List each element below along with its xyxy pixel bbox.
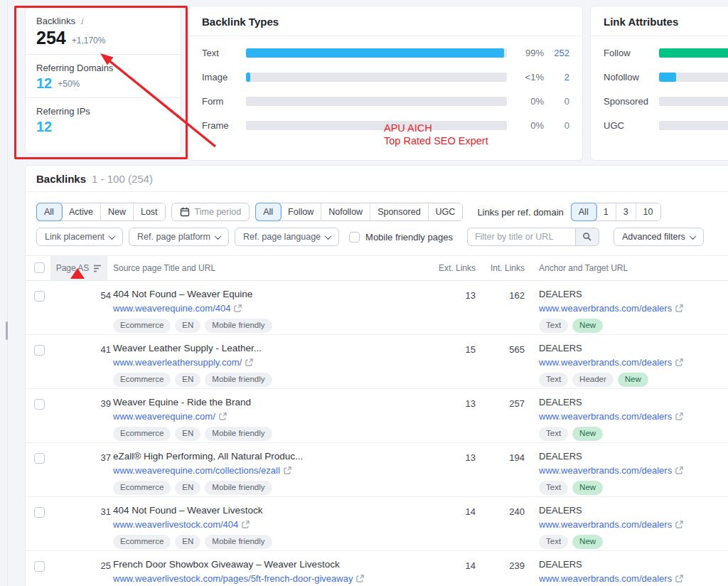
referring-domains-change: +50%	[58, 79, 80, 90]
row-checkbox[interactable]	[34, 507, 45, 518]
table-header: Page AS Source page Title and URL Ext. L…	[26, 255, 728, 281]
links-per-domain-filter: All1310	[571, 203, 661, 221]
external-link-icon	[675, 575, 683, 582]
summary-referring-ips: Referring IPs 12	[26, 97, 181, 141]
column-source[interactable]: Source page Title and URL	[113, 263, 215, 273]
referring-domains-count[interactable]: 12	[36, 76, 52, 90]
tag-ecommerce: Ecommerce	[113, 535, 171, 549]
column-ext-links[interactable]: Ext. Links	[427, 263, 476, 273]
url-link[interactable]: www.weaverequine.com/	[113, 411, 215, 422]
bar-track	[659, 48, 728, 58]
tag-text: Text	[539, 319, 568, 333]
anchor-text: DEALERS	[539, 397, 683, 407]
ext-links-value: 13	[434, 452, 476, 463]
attributes-filter-option-sponsored[interactable]: Sponsored	[370, 203, 428, 220]
links-per-domain-filter-option-10[interactable]: 10	[636, 203, 660, 220]
time-period-button[interactable]: Time period	[171, 203, 250, 221]
anchor-tags: TextNew	[539, 427, 683, 441]
page-as-value: 54	[61, 290, 111, 301]
url-link[interactable]: www.weaverequine.com/collections/ezall	[113, 465, 280, 476]
attributes-filter-option-ugc[interactable]: UGC	[429, 203, 463, 220]
url-link[interactable]: www.weaverequine.com/404	[113, 303, 230, 314]
source-tags: EcommerceENMobile friendly	[113, 319, 272, 333]
external-link-icon	[284, 467, 291, 474]
link-attributes-bars: FollowNofollowSponsoredUGC	[591, 36, 728, 137]
new-badge: New	[572, 535, 603, 549]
status-filter-option-new[interactable]: New	[101, 203, 134, 220]
mobile-friendly-checkbox[interactable]	[349, 232, 360, 243]
source-title: French Door Showbox Giveaway – Weaver Li…	[113, 559, 364, 570]
bar-label: Follow	[604, 48, 659, 58]
row-checkbox[interactable]	[34, 345, 45, 356]
anchor-cell: DEALERSwww.weaverbrands.com/dealersTextH…	[539, 343, 683, 387]
url-link[interactable]: www.weaverbrands.com/dealers	[539, 357, 672, 368]
anchor-cell: DEALERSwww.weaverbrands.com/dealersTextN…	[539, 451, 683, 495]
search-button[interactable]	[575, 228, 599, 246]
bar-label: Sponsored	[604, 96, 659, 107]
summary-backlinks: Backlinks i 254 +1,170%	[26, 8, 181, 54]
column-anchor[interactable]: Anchor and Target URL	[539, 263, 628, 273]
url-link[interactable]: www.weaverlivestock.com/404	[113, 519, 238, 530]
row-checkbox[interactable]	[34, 291, 45, 302]
row-checkbox[interactable]	[34, 399, 45, 410]
expert-line1: APU AICH	[384, 122, 488, 134]
advanced-filters-dropdown[interactable]: Advanced filters	[614, 228, 704, 246]
bar-row-image: Image<1%2	[189, 65, 582, 89]
source-cell: 404 Not Found – Weaver Livestockwww.weav…	[113, 505, 272, 549]
url-line: www.weaverbrands.com/dealers	[539, 411, 683, 422]
source-cell: eZall® High Performing, All Natural Prod…	[113, 451, 303, 495]
source-title: Weaver Leather Supply - Leather...	[113, 343, 272, 353]
table-body: 54404 Not Found – Weaver Equinewww.weave…	[26, 281, 728, 586]
info-icon[interactable]: i	[80, 16, 83, 26]
ref-page-language-dropdown[interactable]: Ref. page language	[235, 228, 339, 246]
referring-ips-count[interactable]: 12	[36, 119, 52, 134]
filter-title-url-input[interactable]	[467, 228, 575, 246]
bar-track	[659, 97, 728, 106]
tag-mobile-friendly: Mobile friendly	[205, 481, 272, 495]
column-int-links[interactable]: Int. Links	[488, 263, 525, 273]
bar-label: UGC	[604, 120, 659, 131]
select-all-checkbox[interactable]	[34, 262, 45, 273]
source-tags: EcommerceENMobile friendly	[113, 535, 272, 549]
column-page-as[interactable]: Page AS	[50, 256, 107, 280]
url-link[interactable]: www.weaverbrands.com/dealers	[539, 303, 672, 314]
links-per-domain-filter-option-1[interactable]: 1	[596, 203, 616, 220]
link-placement-dropdown[interactable]: Link placement	[36, 228, 123, 246]
anchor-tags: TextNew	[539, 535, 683, 549]
external-link-icon	[219, 412, 227, 420]
source-cell: Weaver Leather Supply - Leather...www.we…	[113, 343, 272, 387]
url-line: www.weaverbrands.com/dealers	[539, 465, 683, 476]
url-link[interactable]: www.weaverlivestock.com/pages/5ft-french…	[113, 573, 353, 584]
url-link[interactable]: www.weaverbrands.com/dealers	[539, 573, 672, 584]
url-link[interactable]: www.weaverleathersupply.com/	[113, 357, 242, 368]
tag-mobile-friendly: Mobile friendly	[205, 373, 272, 387]
attributes-filter-option-follow[interactable]: Follow	[281, 203, 321, 220]
bar-track	[246, 97, 507, 106]
status-filter-option-all[interactable]: All	[37, 203, 62, 220]
links-per-domain-filter-option-all[interactable]: All	[572, 203, 596, 220]
row-checkbox[interactable]	[34, 453, 45, 464]
url-link[interactable]: www.weaverbrands.com/dealers	[539, 465, 672, 476]
bar-track	[246, 48, 507, 58]
status-filter-option-active[interactable]: Active	[62, 203, 101, 220]
bar-count[interactable]: 2	[544, 72, 569, 82]
source-cell: Weaver Equine - Ride the Brandwww.weaver…	[113, 397, 272, 441]
url-line: www.weaverlivestock.com/404	[113, 519, 272, 530]
url-link[interactable]: www.weaverbrands.com/dealers	[539, 411, 672, 422]
row-checkbox[interactable]	[34, 561, 45, 572]
search-icon	[582, 232, 592, 242]
url-link[interactable]: www.weaverbrands.com/dealers	[539, 519, 672, 530]
source-title: 404 Not Found – Weaver Equine	[113, 289, 272, 299]
ref-page-platform-dropdown[interactable]: Ref. page platform	[129, 228, 229, 246]
ext-links-value: 14	[434, 506, 476, 517]
status-filter-option-lost[interactable]: Lost	[134, 203, 165, 220]
tag-header: Header	[572, 373, 614, 387]
bar-count[interactable]: 252	[544, 48, 569, 58]
tag-ecommerce: Ecommerce	[113, 373, 171, 387]
bar-row-nofollow: Nofollow	[591, 65, 728, 89]
attributes-filter-option-nofollow[interactable]: Nofollow	[321, 203, 370, 220]
scrollbar-fragment[interactable]	[6, 321, 8, 340]
attributes-filter-option-all[interactable]: All	[256, 203, 281, 220]
links-per-domain-filter-option-3[interactable]: 3	[616, 203, 636, 220]
page-left-border	[7, 0, 8, 586]
